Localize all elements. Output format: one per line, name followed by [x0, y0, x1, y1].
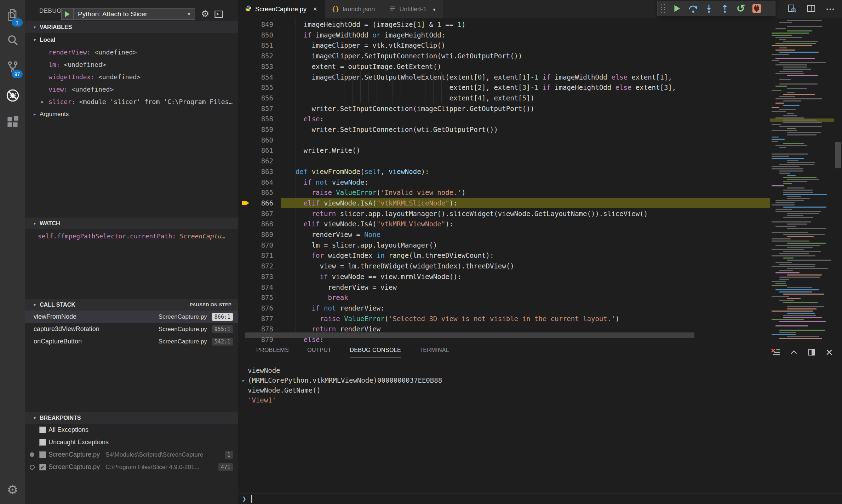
sidebar-item-source-control[interactable]: 97: [0, 55, 25, 80]
chevron-expanded-icon: ▾: [34, 221, 36, 226]
configure-gear-icon[interactable]: ⚙: [201, 8, 209, 19]
watch-section-header[interactable]: ▾ WATCH: [25, 218, 238, 229]
breakpoint-checkbox[interactable]: [39, 427, 46, 433]
minimap-line: [775, 37, 802, 38]
call-stack-section-header[interactable]: ▾ CALL STACK PAUSED ON STEP: [25, 299, 238, 311]
tab-label: ScreenCapture.py: [255, 6, 307, 13]
line-number: 851: [245, 40, 273, 51]
minimap-line: [787, 30, 812, 31]
console-line[interactable]: 'View1': [248, 395, 276, 405]
frame-function: capture3dViewRotation: [34, 325, 99, 333]
panel-tab-debug-console[interactable]: DEBUG CONSOLE: [350, 347, 401, 358]
breakpoint-row[interactable]: ✓ScreenCapture.pyC:\Program Files\Slicer…: [25, 461, 238, 473]
minimap-line: [772, 54, 789, 55]
variable-row[interactable]: ▸slicer: <module 'slicer' from 'C:\Progr…: [25, 95, 238, 108]
sidebar-item-search[interactable]: [0, 28, 25, 53]
close-icon[interactable]: ✕: [313, 6, 317, 12]
more-actions-icon[interactable]: ⋯: [826, 4, 836, 15]
close-panel-icon[interactable]: [825, 348, 834, 358]
minimap-line: [779, 47, 787, 48]
line-number: 867: [245, 208, 273, 219]
code-line: return slicer.app.layoutManager().sliceW…: [287, 208, 648, 219]
sidebar-item-debug[interactable]: [0, 83, 25, 109]
restart-button[interactable]: ↺: [736, 4, 746, 13]
minimap-line: [783, 234, 825, 235]
open-debug-console-icon[interactable]: [214, 10, 223, 20]
console-line[interactable]: ▸(MRMLCorePython.vtkMRMLViewNode)0000000…: [248, 375, 442, 385]
line-number: 866: [245, 198, 273, 208]
minimap-line: [775, 117, 804, 118]
minimap-line: [779, 264, 815, 265]
breakpoint-checkbox[interactable]: [39, 439, 46, 446]
horizontal-scrollbar[interactable]: [245, 332, 694, 338]
minimap-line: [772, 130, 797, 131]
minimap-line: [772, 204, 795, 205]
scope-local[interactable]: ▾ Local: [25, 34, 238, 46]
editor-scrollbar[interactable]: [834, 18, 842, 342]
console-text: viewNode.GetName(): [248, 386, 321, 394]
variable-row[interactable]: view: <undefined>: [25, 83, 238, 95]
call-stack-frame[interactable]: onCaptureButtonScreenCapture.py542:1: [25, 335, 238, 348]
sidebar-item-extensions[interactable]: [0, 110, 25, 135]
code-editor[interactable]: 849 imageHeightOdd = (imageSize[1] & 1 =…: [238, 18, 770, 342]
line-number: 865: [245, 187, 273, 198]
variable-name: slicer:: [48, 98, 75, 105]
minimap-line: [772, 311, 813, 312]
editor-actions: ⋯: [787, 0, 836, 18]
watch-expression[interactable]: self.ffmpegPathSelector.currentPath: Scr…: [25, 230, 238, 242]
call-stack-frame[interactable]: viewFromNodeScreenCapture.py866:1: [25, 311, 238, 323]
minimap-line: [779, 170, 803, 172]
step-out-button[interactable]: [720, 4, 730, 13]
tab-launch-json[interactable]: {}launch.json: [325, 0, 383, 18]
console-line[interactable]: viewNode: [248, 365, 280, 375]
settings-button[interactable]: ⚙: [0, 477, 25, 502]
console-line[interactable]: viewNode.GetName(): [248, 385, 321, 395]
scope-arguments[interactable]: ▸ Arguments: [25, 108, 238, 120]
drag-grip-icon[interactable]: [661, 4, 665, 13]
step-over-button[interactable]: [688, 4, 698, 13]
variable-row[interactable]: lm: <undefined>: [25, 58, 238, 71]
breakpoint-row[interactable]: All Exceptions: [25, 424, 238, 436]
code-line: if not renderView:: [287, 303, 385, 313]
tab-untitled-1[interactable]: Untitled-1●: [382, 0, 443, 18]
panel-tab-problems[interactable]: PROBLEMS: [256, 347, 289, 358]
open-preview-icon[interactable]: [787, 4, 797, 15]
sidebar-item-explorer[interactable]: 1: [0, 3, 25, 28]
minimap[interactable]: [770, 18, 834, 342]
tab-screencapture-py[interactable]: ScreenCapture.py✕: [238, 0, 325, 18]
breakpoint-checkbox[interactable]: ✓: [39, 464, 46, 470]
breakpoint-row[interactable]: Uncaught Exceptions: [25, 436, 238, 448]
minimap-line: [783, 94, 815, 95]
debug-console-input[interactable]: ❯: [238, 493, 842, 504]
line-number: 855: [245, 82, 273, 93]
panel-tab-terminal[interactable]: TERMINAL: [419, 347, 449, 358]
scrollbar-thumb[interactable]: [835, 142, 841, 168]
breakpoint-path: C:\Program Files\Slicer 4.9.0-201...: [105, 464, 199, 471]
split-editor-icon[interactable]: [807, 4, 816, 15]
breakpoint-line-badge: 471: [218, 463, 233, 471]
breakpoints-section-header[interactable]: ▾ BREAKPOINTS: [25, 412, 238, 424]
start-debug-icon[interactable]: [65, 11, 70, 17]
variables-section-header[interactable]: ▾ VARIABLES: [25, 21, 238, 33]
maximize-panel-icon[interactable]: [807, 348, 816, 358]
code-line: break: [287, 292, 348, 303]
chevron-collapsed-icon[interactable]: ▸: [242, 378, 245, 383]
variable-row[interactable]: widgetIndex: <undefined>: [25, 71, 238, 83]
minimap-line: [787, 313, 815, 314]
breakpoint-checkbox[interactable]: [39, 451, 46, 458]
minimap-line: [779, 300, 794, 301]
clear-console-icon[interactable]: [771, 348, 780, 358]
step-into-button[interactable]: [704, 4, 714, 13]
vscode-window: 1 97 ⚙ DEBUG: [0, 0, 842, 504]
panel-tab-output[interactable]: OUTPUT: [307, 347, 331, 358]
minimap-line: [787, 20, 822, 21]
breakpoint-row[interactable]: ScreenCapture.pyS4\Modules\Scripted\Scre…: [25, 448, 238, 461]
call-stack-frame[interactable]: capture3dViewRotationScreenCapture.py955…: [25, 323, 238, 335]
continue-button[interactable]: [672, 4, 682, 13]
disconnect-button[interactable]: [752, 4, 762, 13]
chevron-up-icon[interactable]: [790, 348, 798, 358]
panel-tab-bar: PROBLEMSOUTPUTDEBUG CONSOLETERMINAL: [256, 347, 449, 358]
variable-row[interactable]: renderView: <undefined>: [25, 46, 238, 58]
debug-config-value: Python: Attach to Slicer: [74, 10, 187, 18]
debug-config-dropdown[interactable]: Python: Attach to Slicer ▼: [61, 8, 195, 20]
